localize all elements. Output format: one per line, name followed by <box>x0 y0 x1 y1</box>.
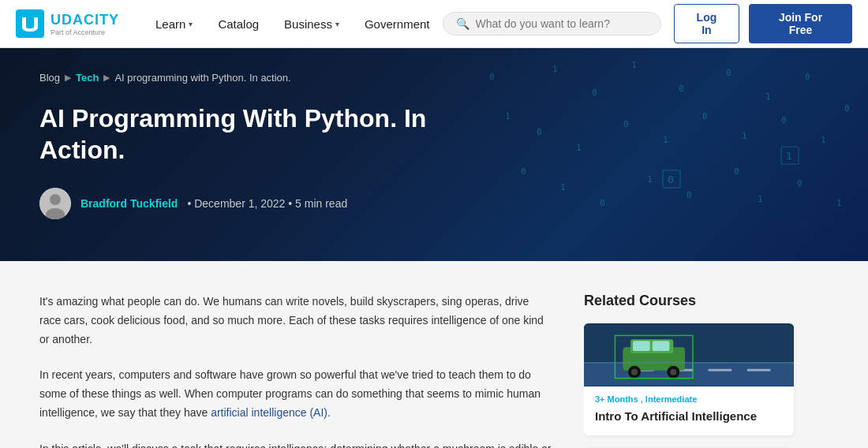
svg-rect-48 <box>653 341 670 351</box>
article-paragraph-2: In recent years, computers and software … <box>39 366 552 422</box>
ai-car-image <box>584 323 794 386</box>
svg-rect-43 <box>709 369 732 371</box>
course-badge-1: 3+ Months , Intermediate <box>595 394 783 404</box>
nav-links: Learn ▾ Catalog Business ▾ Government <box>143 0 443 48</box>
join-button[interactable]: Join For Free <box>749 4 852 43</box>
search-input[interactable] <box>476 17 648 30</box>
svg-text:1: 1 <box>631 60 637 70</box>
breadcrumb-current: AI programming with Python. In action. <box>114 72 290 84</box>
svg-point-52 <box>670 369 676 375</box>
logo-accenture-text: Part of Accenture <box>51 28 119 36</box>
svg-rect-44 <box>747 369 771 371</box>
sidebar-scroll[interactable]: 3+ Months , Intermediate Intro To Artifi… <box>584 323 797 448</box>
article-paragraph-1: It's amazing what people can do. We huma… <box>39 293 552 349</box>
svg-rect-47 <box>633 341 650 351</box>
login-button[interactable]: Log In <box>674 4 739 43</box>
learn-chevron-icon: ▾ <box>189 20 193 28</box>
svg-text:0: 0 <box>844 103 850 114</box>
article-paragraph-3: In this article, we'll discuss a task th… <box>39 440 552 448</box>
svg-text:1: 1 <box>836 198 842 208</box>
business-chevron-icon: ▾ <box>335 20 339 28</box>
main-content: It's amazing what people can do. We huma… <box>0 261 868 448</box>
nav-government[interactable]: Government <box>352 0 443 48</box>
course-thumbnail-ai <box>584 323 794 386</box>
nav-business[interactable]: Business ▾ <box>271 0 352 48</box>
nav-learn[interactable]: Learn ▾ <box>143 0 205 48</box>
udacity-logo-icon <box>16 9 44 38</box>
course-card-body-1: 3+ Months , Intermediate Intro To Artifi… <box>584 386 794 435</box>
breadcrumb: Blog ▶ Tech ▶ AI programming with Python… <box>39 72 829 84</box>
avatar <box>39 188 71 219</box>
sidebar: Related Courses <box>584 293 797 448</box>
svg-point-50 <box>631 369 638 375</box>
author-row: Bradford Tuckfield • December 1, 2022 • … <box>39 188 829 219</box>
breadcrumb-arrow-2: ▶ <box>103 73 110 83</box>
svg-rect-0 <box>16 9 44 38</box>
navbar: UDACITY Part of Accenture Learn ▾ Catalo… <box>0 0 868 48</box>
svg-point-37 <box>50 194 61 205</box>
avatar-image <box>39 188 71 219</box>
hero-section: 0 1 0 1 0 0 1 0 1 0 1 0 1 0 1 0 1 0 0 1 … <box>0 48 868 261</box>
search-bar[interactable]: 🔍 <box>443 12 661 35</box>
course-title-1: Intro To Artificial Intelligence <box>595 409 783 424</box>
svg-text:javaтpoint: javaтpoint <box>418 256 503 261</box>
ai-link[interactable]: artificial intelligence (AI). <box>211 406 331 419</box>
sidebar-title: Related Courses <box>584 293 797 309</box>
logo-udacity-text: UDACITY <box>51 12 119 28</box>
author-name[interactable]: Bradford Tuckfield <box>80 197 178 210</box>
page-title: AI Programming With Python. In Action. <box>39 103 434 166</box>
article-body: It's amazing what people can do. We huma… <box>39 293 552 448</box>
nav-buttons: Log In Join For Free <box>674 4 852 43</box>
breadcrumb-blog[interactable]: Blog <box>39 72 60 84</box>
search-icon: 🔍 <box>456 17 470 30</box>
breadcrumb-arrow-1: ▶ <box>65 73 71 83</box>
author-meta: • December 1, 2022 • 5 min read <box>187 197 347 210</box>
course-card[interactable]: 3+ Months , Intermediate Intro To Artifi… <box>584 323 794 435</box>
breadcrumb-tech[interactable]: Tech <box>76 72 99 84</box>
logo[interactable]: UDACITY Part of Accenture <box>16 9 119 38</box>
nav-catalog[interactable]: Catalog <box>205 0 271 48</box>
hero-content: Blog ▶ Tech ▶ AI programming with Python… <box>39 72 829 219</box>
